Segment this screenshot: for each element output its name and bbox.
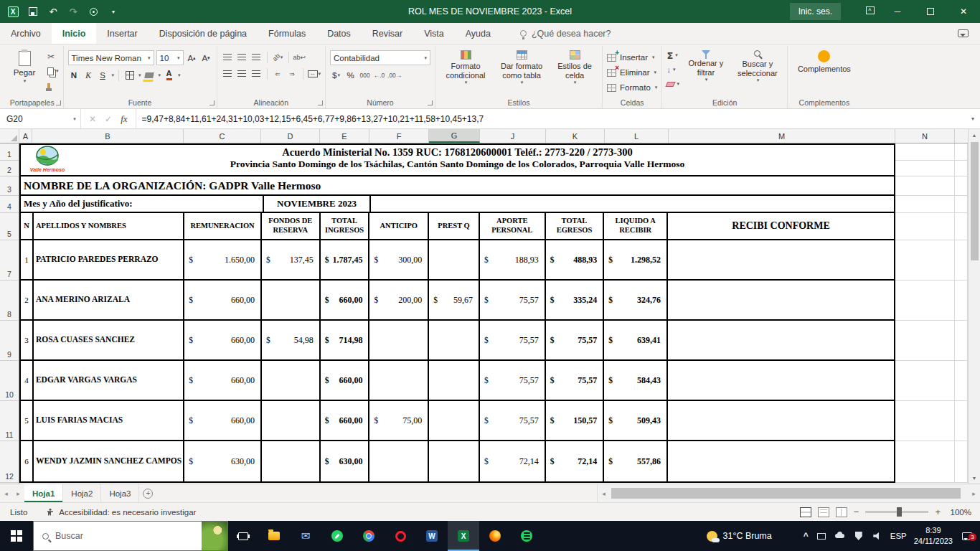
row-header-11[interactable]: 11: [0, 401, 19, 441]
cell-n[interactable]: 3: [21, 321, 34, 359]
cell-name[interactable]: ROSA CUASES SANCHEZ: [34, 321, 184, 359]
cell-aporte[interactable]: $188,93: [480, 240, 546, 279]
font-size-select[interactable]: 10▾: [156, 50, 184, 65]
align-center-button[interactable]: [236, 67, 248, 80]
normal-view-button[interactable]: [800, 507, 811, 517]
cell-remuneracion[interactable]: $660,00: [184, 281, 262, 319]
table-header-aporte-personal[interactable]: APORTE PERSONAL: [480, 213, 546, 239]
document-header[interactable]: Valle Hermoso Acuerdo Ministerial No. 13…: [21, 145, 894, 176]
search-highlight-image[interactable]: [202, 522, 227, 550]
grid-cell[interactable]: [955, 281, 968, 321]
row-header-12[interactable]: 12: [0, 441, 19, 483]
taskbar-app-file-explorer[interactable]: [258, 521, 290, 551]
column-header-e[interactable]: E: [320, 129, 369, 143]
cell-remuneracion[interactable]: $1.650,00: [184, 240, 262, 279]
grid-cell[interactable]: [955, 143, 968, 161]
grid-cell[interactable]: [955, 176, 968, 196]
cell-aporte[interactable]: $72,14: [480, 441, 546, 481]
taskbar-app-opera[interactable]: [385, 521, 416, 551]
sheet-tab-hoja3[interactable]: Hoja3: [101, 484, 139, 502]
cell-ingresos[interactable]: $714,98: [321, 321, 370, 359]
format-painter-button[interactable]: [47, 80, 59, 91]
cell-egresos[interactable]: $335,24: [546, 281, 605, 319]
font-name-select[interactable]: Times New Roman▾: [68, 50, 154, 65]
cell-recibi[interactable]: [668, 321, 894, 359]
tab-revisar[interactable]: Revisar: [362, 23, 413, 44]
period-value-cell[interactable]: NOVIEMBRE 2023: [263, 196, 371, 212]
cell-prest[interactable]: [429, 321, 480, 359]
cell-liquido[interactable]: $509,43: [604, 401, 668, 440]
bold-button[interactable]: N: [68, 68, 80, 82]
cell-n[interactable]: 2: [21, 281, 34, 319]
decrease-decimal-button[interactable]: .00→: [387, 68, 402, 82]
tell-me-search[interactable]: ¿Qué desea hacer?: [520, 23, 611, 44]
redo-button[interactable]: ↷: [67, 6, 79, 17]
cell-fondos[interactable]: [262, 281, 321, 319]
cell-liquido[interactable]: $639,41: [604, 321, 668, 359]
increase-font-button[interactable]: A▴: [186, 51, 198, 65]
cell-styles-button[interactable]: Estilos de celda▾: [552, 47, 598, 96]
cell-fondos[interactable]: $137,45: [262, 240, 321, 279]
row-header-8[interactable]: 8: [0, 281, 19, 321]
minimize-button[interactable]: ─: [881, 0, 914, 23]
table-header-anticipo[interactable]: ANTICIPO: [369, 213, 429, 239]
grid-cell[interactable]: [955, 361, 968, 401]
cell-prest[interactable]: [429, 240, 480, 279]
column-header-f[interactable]: F: [369, 129, 429, 143]
grid-cell[interactable]: [895, 143, 955, 161]
decrease-indent-button[interactable]: ⇐: [272, 67, 284, 80]
row-header-2[interactable]: 2: [0, 161, 19, 176]
language-indicator[interactable]: ESP: [890, 532, 907, 540]
page-break-view-button[interactable]: [836, 507, 847, 517]
tab-insertar[interactable]: Insertar: [96, 23, 148, 44]
scroll-down-button[interactable]: ▼: [969, 472, 980, 484]
cell-egresos[interactable]: $488,93: [546, 240, 605, 279]
cell-aporte[interactable]: $75,57: [480, 361, 546, 400]
cell-egresos[interactable]: $75,57: [546, 321, 605, 359]
cell-fondos[interactable]: [262, 441, 321, 481]
table-header-recibi-conforme[interactable]: RECIBI CONFORME: [668, 213, 894, 239]
tab-archivo[interactable]: Archivo: [0, 23, 52, 44]
align-left-button[interactable]: [222, 67, 234, 80]
cancel-formula-button[interactable]: ✕: [89, 114, 96, 124]
sheet-tab-hoja1[interactable]: Hoja1: [24, 484, 63, 502]
cell-n[interactable]: 5: [21, 401, 34, 440]
zoom-in-button[interactable]: +: [935, 507, 941, 517]
organization-name-cell[interactable]: NOMBRE DE LA ORGANIZACIÓN: GADPR Valle H…: [21, 176, 894, 196]
cell-n[interactable]: 4: [21, 361, 34, 400]
expand-formula-bar-button[interactable]: ▾: [966, 109, 980, 128]
cell-remuneracion[interactable]: $630,00: [184, 441, 262, 481]
table-header-total-ingresos[interactable]: TOTAL INGRESOS: [321, 213, 370, 239]
cell-prest[interactable]: $59,67: [429, 281, 480, 319]
comments-icon[interactable]: [958, 29, 969, 37]
paste-button[interactable]: Pegar▾: [6, 47, 43, 96]
clear-button[interactable]: ▾: [666, 78, 679, 90]
table-header-n[interactable]: N: [21, 213, 34, 239]
font-dialog-launcher[interactable]: [209, 100, 215, 105]
grid-cell[interactable]: [895, 176, 955, 196]
cell-ingresos[interactable]: $660,00: [321, 401, 370, 440]
tab-formulas[interactable]: Fórmulas: [258, 23, 316, 44]
horizontal-scrollbar[interactable]: ◂ ▸: [597, 484, 980, 502]
close-button[interactable]: ✕: [947, 0, 980, 23]
align-top-button[interactable]: [222, 50, 234, 64]
taskbar-app-chrome[interactable]: [353, 521, 385, 551]
grid-cell[interactable]: [895, 281, 955, 321]
security-tray-button[interactable]: [853, 530, 864, 542]
cell-remuneracion[interactable]: $660,00: [184, 401, 262, 440]
sheet-tab-hoja2[interactable]: Hoja2: [63, 484, 101, 502]
table-header-apellidos-y-nombres[interactable]: APELLIDOS Y NOMBRES: [34, 213, 184, 239]
start-button[interactable]: [0, 521, 33, 551]
table-header-prest-q[interactable]: PREST Q: [429, 213, 480, 239]
zoom-level[interactable]: 100%: [947, 508, 971, 517]
scroll-right-button[interactable]: ▸: [968, 490, 980, 497]
cell-ingresos[interactable]: $660,00: [321, 281, 370, 319]
table-header-liquido-a-recibir[interactable]: LIQUIDO A RECIBIR: [604, 213, 668, 239]
tab-ayuda[interactable]: Ayuda: [455, 23, 501, 44]
grid-cell[interactable]: [895, 240, 955, 281]
clipboard-dialog-launcher[interactable]: [56, 100, 61, 105]
cell-aporte[interactable]: $75,57: [480, 281, 546, 319]
row-header-3[interactable]: 3: [0, 176, 19, 196]
cell-name[interactable]: LUIS FARIAS MACIAS: [34, 401, 184, 440]
cell-recibi[interactable]: [668, 240, 894, 279]
